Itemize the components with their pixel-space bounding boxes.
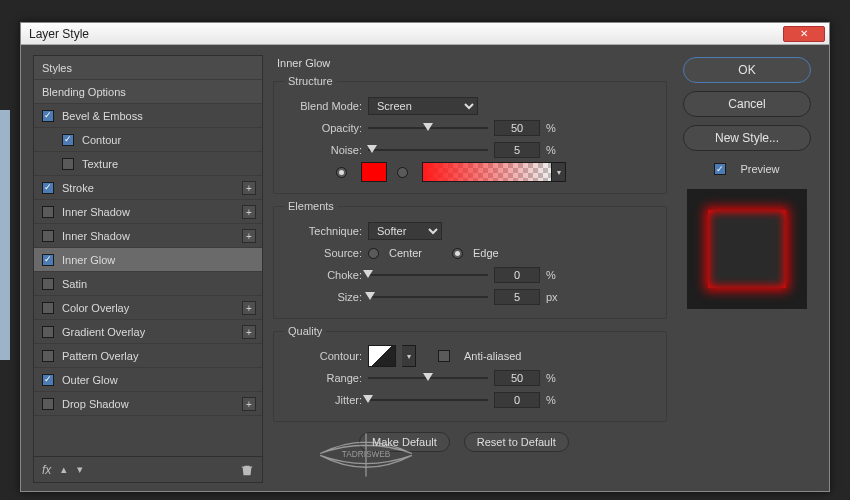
style-item-gradient-overlay[interactable]: Gradient Overlay+ [34, 320, 262, 344]
label: Drop Shadow [62, 398, 129, 410]
anti-aliased-checkbox[interactable] [438, 350, 450, 362]
label: Texture [82, 158, 118, 170]
size-slider[interactable] [368, 290, 488, 304]
unit: % [546, 144, 568, 156]
opacity-slider[interactable] [368, 121, 488, 135]
checkbox[interactable] [42, 374, 54, 386]
preview-checkbox[interactable] [714, 163, 726, 175]
unit: px [546, 291, 568, 303]
ok-button[interactable]: OK [683, 57, 811, 83]
size-value[interactable]: 5 [494, 289, 540, 305]
style-item-inner-shadow[interactable]: Inner Shadow+ [34, 200, 262, 224]
reset-default-button[interactable]: Reset to Default [464, 432, 569, 452]
blending-options[interactable]: Blending Options [34, 80, 262, 104]
style-item-drop-shadow[interactable]: Drop Shadow+ [34, 392, 262, 416]
preview-thumb [708, 210, 786, 288]
checkbox[interactable] [62, 158, 74, 170]
color-swatch[interactable] [361, 162, 387, 182]
checkbox[interactable] [42, 182, 54, 194]
window-title: Layer Style [29, 27, 89, 41]
checkbox[interactable] [42, 206, 54, 218]
source-center-radio[interactable] [368, 248, 379, 259]
source-edge-label: Edge [473, 247, 499, 259]
range-label: Range: [284, 372, 362, 384]
jitter-slider[interactable] [368, 393, 488, 407]
label: Gradient Overlay [62, 326, 145, 338]
arrow-up-icon[interactable]: ▴ [61, 463, 67, 476]
chevron-down-icon[interactable]: ▾ [402, 345, 416, 367]
color-gradient-radio[interactable] [397, 167, 408, 178]
jitter-label: Jitter: [284, 394, 362, 406]
style-item-stroke[interactable]: Stroke+ [34, 176, 262, 200]
choke-slider[interactable] [368, 268, 488, 282]
styles-footer: fx ▴ ▾ [34, 456, 262, 482]
structure-group: Structure Blend Mode: Screen Opacity: 50… [273, 75, 667, 194]
anti-aliased-label: Anti-aliased [464, 350, 521, 362]
plus-icon[interactable]: + [242, 229, 256, 243]
source-edge-radio[interactable] [452, 248, 463, 259]
label: Color Overlay [62, 302, 129, 314]
noise-value[interactable]: 5 [494, 142, 540, 158]
checkbox[interactable] [42, 398, 54, 410]
plus-icon[interactable]: + [242, 301, 256, 315]
titlebar[interactable]: Layer Style ✕ [21, 23, 829, 45]
contour-swatch[interactable] [368, 345, 396, 367]
unit: % [546, 394, 568, 406]
style-item-pattern-overlay[interactable]: Pattern Overlay [34, 344, 262, 368]
style-item-bevel-emboss[interactable]: Bevel & Emboss [34, 104, 262, 128]
fx-icon[interactable]: fx [42, 463, 51, 477]
style-item-satin[interactable]: Satin [34, 272, 262, 296]
label: Inner Shadow [62, 206, 130, 218]
checkbox[interactable] [42, 302, 54, 314]
style-item-texture[interactable]: Texture [34, 152, 262, 176]
blend-mode-select[interactable]: Screen [368, 97, 478, 115]
checkbox[interactable] [42, 278, 54, 290]
preview-label: Preview [740, 163, 779, 175]
checkbox[interactable] [42, 254, 54, 266]
trash-icon[interactable] [240, 463, 254, 477]
preview-box [687, 189, 807, 309]
source-center-label: Center [389, 247, 422, 259]
arrow-down-icon[interactable]: ▾ [77, 463, 83, 476]
technique-label: Technique: [284, 225, 362, 237]
checkbox[interactable] [42, 110, 54, 122]
style-item-color-overlay[interactable]: Color Overlay+ [34, 296, 262, 320]
jitter-value[interactable]: 0 [494, 392, 540, 408]
svg-text:TADRISWEB: TADRISWEB [342, 450, 391, 459]
opacity-value[interactable]: 50 [494, 120, 540, 136]
plus-icon[interactable]: + [242, 205, 256, 219]
style-item-inner-glow[interactable]: Inner Glow [34, 248, 262, 272]
label: Inner Glow [62, 254, 115, 266]
plus-icon[interactable]: + [242, 181, 256, 195]
legend: Elements [284, 200, 338, 212]
label: Stroke [62, 182, 94, 194]
label: Outer Glow [62, 374, 118, 386]
checkbox[interactable] [42, 230, 54, 242]
checkbox[interactable] [42, 326, 54, 338]
style-item-inner-shadow[interactable]: Inner Shadow+ [34, 224, 262, 248]
choke-value[interactable]: 0 [494, 267, 540, 283]
label: Pattern Overlay [62, 350, 138, 362]
action-column: OK Cancel New Style... Preview [677, 55, 817, 483]
style-item-outer-glow[interactable]: Outer Glow [34, 368, 262, 392]
range-slider[interactable] [368, 371, 488, 385]
close-button[interactable]: ✕ [783, 26, 825, 42]
close-icon: ✕ [800, 28, 808, 39]
checkbox[interactable] [42, 350, 54, 362]
new-style-button[interactable]: New Style... [683, 125, 811, 151]
styles-header[interactable]: Styles [34, 56, 262, 80]
chevron-down-icon[interactable]: ▾ [552, 162, 566, 182]
technique-select[interactable]: Softer [368, 222, 442, 240]
cancel-button[interactable]: Cancel [683, 91, 811, 117]
range-value[interactable]: 50 [494, 370, 540, 386]
plus-icon[interactable]: + [242, 325, 256, 339]
legend: Quality [284, 325, 326, 337]
checkbox[interactable] [62, 134, 74, 146]
noise-slider[interactable] [368, 143, 488, 157]
plus-icon[interactable]: + [242, 397, 256, 411]
label: Satin [62, 278, 87, 290]
style-item-contour[interactable]: Contour [34, 128, 262, 152]
gradient-swatch[interactable] [422, 162, 552, 182]
color-solid-radio[interactable] [336, 167, 347, 178]
panel-title: Inner Glow [273, 55, 667, 69]
